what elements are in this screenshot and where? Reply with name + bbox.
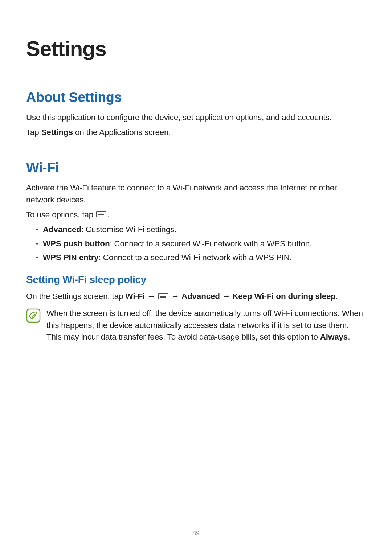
note-text-pre: When the screen is turned off, the devic… — [46, 309, 363, 341]
note-text-bold: Always — [320, 332, 348, 341]
arrow-icon: → — [145, 292, 157, 301]
about-p2-bold: Settings — [41, 128, 73, 137]
wifi-heading: Wi-Fi — [26, 160, 366, 176]
wifi-bullet-list: Advanced: Customise Wi-Fi settings. WPS … — [26, 224, 366, 264]
bullet-rest: : Customise Wi-Fi settings. — [81, 225, 176, 234]
bullet-bold: WPS push button — [43, 239, 110, 248]
bullet-text: Advanced: Customise Wi-Fi settings. — [43, 224, 176, 236]
wifi-section: Wi-Fi Activate the Wi-Fi feature to conn… — [26, 160, 366, 343]
wifi-sleep-p1: On the Settings screen, tap Wi-Fi → → Ad… — [26, 291, 366, 303]
note-text: When the screen is turned off, the devic… — [46, 308, 366, 343]
wifi-p1: Activate the Wi-Fi feature to connect to… — [26, 182, 366, 206]
about-p2-pre: Tap — [26, 128, 41, 137]
menu-icon — [158, 291, 168, 303]
bullet-text: WPS push button: Connect to a secured Wi… — [43, 238, 312, 250]
wifi-p2: To use options, tap . — [26, 209, 366, 221]
sleep-p1-b3: Keep Wi-Fi on during sleep — [232, 292, 336, 301]
bullet-rest: : Connect to a secured Wi-Fi network wit… — [110, 239, 312, 248]
sleep-p1-b2: Advanced — [181, 292, 220, 301]
list-item: WPS PIN entry: Connect to a secured Wi-F… — [26, 252, 366, 264]
arrow-icon: → — [169, 292, 181, 301]
note-icon — [26, 308, 41, 324]
menu-icon — [96, 209, 106, 221]
wifi-sleep-heading: Setting Wi-Fi sleep policy — [26, 274, 366, 286]
bullet-dot-icon — [36, 229, 38, 230]
about-p2-post: on the Applications screen. — [73, 128, 171, 137]
about-settings-p2: Tap Settings on the Applications screen. — [26, 127, 366, 139]
list-item: Advanced: Customise Wi-Fi settings. — [26, 224, 366, 236]
bullet-bold: WPS PIN entry — [43, 253, 99, 262]
about-settings-section: About Settings Use this application to c… — [26, 90, 366, 138]
about-settings-p1: Use this application to configure the de… — [26, 112, 366, 124]
bullet-rest: : Connect to a secured Wi-Fi network wit… — [99, 253, 292, 262]
sleep-p1-post: . — [336, 292, 338, 301]
page-title: Settings — [26, 36, 366, 61]
bullet-dot-icon — [36, 243, 38, 245]
note-block: When the screen is turned off, the devic… — [26, 308, 366, 343]
list-item: WPS push button: Connect to a secured Wi… — [26, 238, 366, 250]
wifi-p2-pre: To use options, tap — [26, 210, 95, 219]
about-settings-heading: About Settings — [26, 90, 366, 105]
bullet-text: WPS PIN entry: Connect to a secured Wi-F… — [43, 252, 292, 264]
sleep-p1-pre: On the Settings screen, tap — [26, 292, 125, 301]
bullet-bold: Advanced — [43, 225, 81, 234]
sleep-p1-b1: Wi-Fi — [125, 292, 145, 301]
wifi-p2-post: . — [107, 210, 109, 219]
note-text-post: . — [348, 332, 350, 341]
bullet-dot-icon — [36, 257, 38, 258]
arrow-icon: → — [220, 292, 232, 301]
page-number: 89 — [0, 530, 392, 537]
